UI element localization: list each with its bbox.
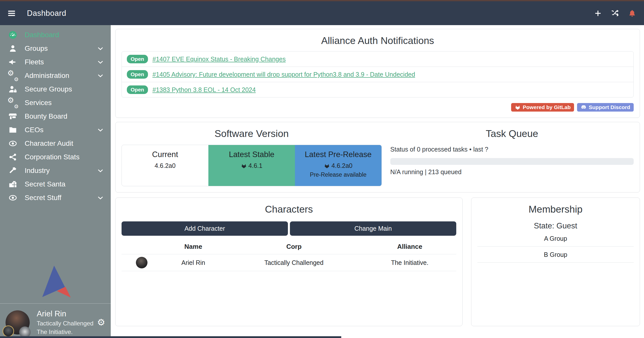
corp-logo xyxy=(3,325,14,337)
page-title: Dashboard xyxy=(27,9,66,18)
sidebar-item-secret-santa[interactable]: Secret Santa xyxy=(0,177,111,191)
badge-label: Powered by GitLab xyxy=(523,104,571,110)
membership-state: State: Guest xyxy=(477,221,634,230)
notification-link[interactable]: #1405 Advisory: Future development will … xyxy=(153,71,415,78)
sidebar-item-label: Groups xyxy=(25,44,48,53)
alliance-auth-logo xyxy=(40,266,70,298)
characters-table: Name Corp Alliance Ariel Rin Tactically … xyxy=(122,238,456,271)
cogs-icon: ⚙⚙ xyxy=(7,70,19,81)
sidebar-item-corporation-stats[interactable]: Corporation Stats xyxy=(0,150,111,164)
hammer-icon xyxy=(7,165,19,176)
badge-label: Support Discord xyxy=(589,104,630,110)
sidebar-item-label: Bounty Board xyxy=(25,112,67,120)
chevron-down-icon xyxy=(97,72,104,79)
add-character-button[interactable]: Add Character xyxy=(122,221,288,236)
character-avatar xyxy=(136,257,147,268)
status-badge: Open xyxy=(127,70,148,79)
sidebar-item-label: Industry xyxy=(25,167,50,175)
sidebar-item-ceos[interactable]: CEOs xyxy=(0,123,111,137)
task-progress-bar xyxy=(390,158,634,165)
software-version-section: Software Version Current 4.6.2a0 Latest … xyxy=(122,128,382,186)
sidebar-item-label: CEOs xyxy=(25,126,44,134)
eye-icon xyxy=(7,192,19,204)
chevron-down-icon xyxy=(97,126,104,134)
notifications-footer: Powered by GitLab Support Discord xyxy=(122,103,634,112)
task-queue-counts: N/A running | 213 queued xyxy=(390,168,634,176)
main-content: Alliance Auth Notifications Open #1407 E… xyxy=(111,25,644,338)
sidebar-item-secret-stuff[interactable]: Secret Stuff xyxy=(0,191,111,205)
alliance-auth-app: Dashboard xyxy=(0,0,644,338)
sidebar-user-panel: Ariel Rin Tactically Challenged The Init… xyxy=(0,309,111,335)
chevron-down-icon xyxy=(97,58,104,66)
sidebar-item-industry[interactable]: Industry xyxy=(0,164,111,177)
sidebar-item-groups[interactable]: Groups xyxy=(0,42,111,55)
top-navbar: Dashboard xyxy=(0,1,644,25)
folder-icon xyxy=(7,124,19,136)
task-queue-status: Status of 0 processed tasks • last ? xyxy=(390,146,634,153)
hamburger-menu-icon[interactable] xyxy=(6,8,17,19)
notifications-title: Alliance Auth Notifications xyxy=(122,35,634,46)
sidebar-item-bounty-board[interactable]: Bounty Board xyxy=(0,110,111,123)
chevron-down-icon xyxy=(97,194,104,202)
sidebar-item-label: Administration xyxy=(25,72,69,80)
chevron-down-icon xyxy=(97,45,104,52)
version-latest-stable: Latest Stable 4.6.1 xyxy=(208,145,295,186)
membership-title: Membership xyxy=(477,204,634,215)
discord-icon xyxy=(581,104,587,110)
sidebar-item-character-audit[interactable]: Character Audit xyxy=(0,137,111,150)
chevron-down-icon xyxy=(97,167,104,174)
character-row: Ariel Rin Tactically Challenged The Init… xyxy=(122,254,456,271)
user-alliance: The Initiative. xyxy=(37,328,93,335)
notification-item: Open #1383 Python 3.8 EOL - 14 Oct 2024 xyxy=(122,82,633,97)
gitlab-icon xyxy=(324,163,330,169)
fighter-jet-icon xyxy=(7,56,19,68)
notification-link[interactable]: #1407 EVE Equinox Status - Breaking Chan… xyxy=(153,56,286,63)
sidebar-item-services[interactable]: ⚙⚙ Services xyxy=(0,96,111,110)
eye-icon xyxy=(7,138,19,149)
membership-panel: Membership State: Guest A Group B Group xyxy=(471,198,640,326)
notifications-bell-icon[interactable] xyxy=(627,9,637,18)
bottom-footer-strip xyxy=(0,336,341,338)
powered-by-gitlab-badge[interactable]: Powered by GitLab xyxy=(511,103,574,112)
sidebar-item-label: Secret Stuff xyxy=(25,194,61,202)
share-nodes-icon xyxy=(7,151,19,163)
support-discord-badge[interactable]: Support Discord xyxy=(577,103,634,112)
version-current: Current 4.6.2a0 xyxy=(122,145,208,186)
version-latest-prerelease: Latest Pre-Release 4.6.2a0 Pre-Release a… xyxy=(295,145,382,186)
user-name: Ariel Rin xyxy=(37,309,93,318)
membership-group-item: A Group xyxy=(477,230,634,247)
sidebar-divider xyxy=(0,303,111,304)
characters-table-header: Name Corp Alliance xyxy=(122,238,456,254)
change-main-button[interactable]: Change Main xyxy=(290,221,456,236)
membership-group-item: B Group xyxy=(477,247,634,263)
gitlab-icon xyxy=(515,104,521,110)
status-badge: Open xyxy=(127,55,148,63)
user-lock-icon xyxy=(7,83,19,95)
sidebar-item-label: Services xyxy=(25,99,52,107)
sidebar-item-label: Dashboard xyxy=(25,31,59,39)
user-settings-gear-icon[interactable]: ⚙ xyxy=(97,318,105,327)
characters-title: Characters xyxy=(122,204,456,215)
user-corp: Tactically Challenged xyxy=(37,320,93,327)
characters-panel: Characters Add Character Change Main Nam… xyxy=(115,198,463,326)
task-queue-section: Task Queue Status of 0 processed tasks •… xyxy=(382,128,634,186)
sidebar-item-label: Secret Santa xyxy=(25,180,65,188)
notification-item: Open #1405 Advisory: Future development … xyxy=(122,67,633,82)
sidebar-nav: Dashboard Groups Fleets xyxy=(0,25,111,205)
sidebar-item-administration[interactable]: ⚙⚙ Administration xyxy=(0,69,111,82)
sidebar-item-label: Secure Groups xyxy=(25,85,72,93)
sidebar-item-fleets[interactable]: Fleets xyxy=(0,55,111,69)
notification-link[interactable]: #1383 Python 3.8 EOL - 14 Oct 2024 xyxy=(153,86,256,93)
sidebar-item-label: Character Audit xyxy=(25,139,73,148)
software-task-panel: Software Version Current 4.6.2a0 Latest … xyxy=(115,122,640,192)
gitlab-icon xyxy=(241,163,247,169)
change-main-shuffle-icon[interactable] xyxy=(610,9,620,18)
gifts-icon xyxy=(7,178,19,190)
sidebar-item-label: Corporation Stats xyxy=(25,153,80,161)
sidebar-item-secure-groups[interactable]: Secure Groups xyxy=(0,82,111,96)
sidebar: Dashboard Groups Fleets xyxy=(0,25,111,338)
notification-item: Open #1407 EVE Equinox Status - Breaking… xyxy=(122,52,633,67)
add-character-icon[interactable] xyxy=(593,9,603,18)
sidebar-item-dashboard[interactable]: Dashboard xyxy=(0,28,111,42)
navbar-actions xyxy=(593,9,637,18)
